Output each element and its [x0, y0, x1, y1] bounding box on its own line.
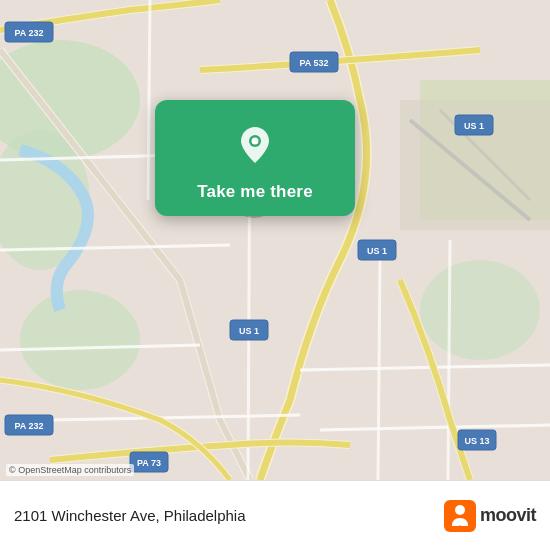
svg-text:PA 532: PA 532 [299, 58, 328, 68]
svg-line-17 [378, 260, 380, 480]
map-svg: PA 232 PA 532 US 1 US 1 US 1 PA 232 PA 7… [0, 0, 550, 480]
take-me-card[interactable]: Take me there [155, 100, 355, 216]
svg-text:US 1: US 1 [367, 246, 387, 256]
osm-attribution: © OpenStreetMap contributors [6, 464, 134, 476]
svg-line-18 [448, 240, 450, 480]
svg-text:US 13: US 13 [464, 436, 489, 446]
svg-text:PA 232: PA 232 [14, 421, 43, 431]
svg-point-37 [252, 138, 259, 145]
take-me-button-label: Take me there [197, 182, 313, 202]
svg-text:PA 73: PA 73 [137, 458, 161, 468]
bottom-bar: 2101 Winchester Ave, Philadelphia moovit [0, 480, 550, 550]
moovit-wordmark: moovit [480, 505, 536, 526]
svg-text:US 1: US 1 [464, 121, 484, 131]
svg-line-15 [148, 0, 150, 200]
map-container: PA 232 PA 532 US 1 US 1 US 1 PA 232 PA 7… [0, 0, 550, 480]
svg-text:US 1: US 1 [239, 326, 259, 336]
moovit-brand-icon [444, 500, 476, 532]
svg-point-5 [420, 260, 540, 360]
location-pin-icon [228, 118, 282, 172]
svg-point-40 [457, 525, 462, 530]
svg-text:PA 232: PA 232 [14, 28, 43, 38]
svg-point-39 [455, 505, 465, 515]
address-text: 2101 Winchester Ave, Philadelphia [14, 507, 444, 524]
svg-point-3 [20, 290, 140, 390]
moovit-logo: moovit [444, 500, 536, 532]
